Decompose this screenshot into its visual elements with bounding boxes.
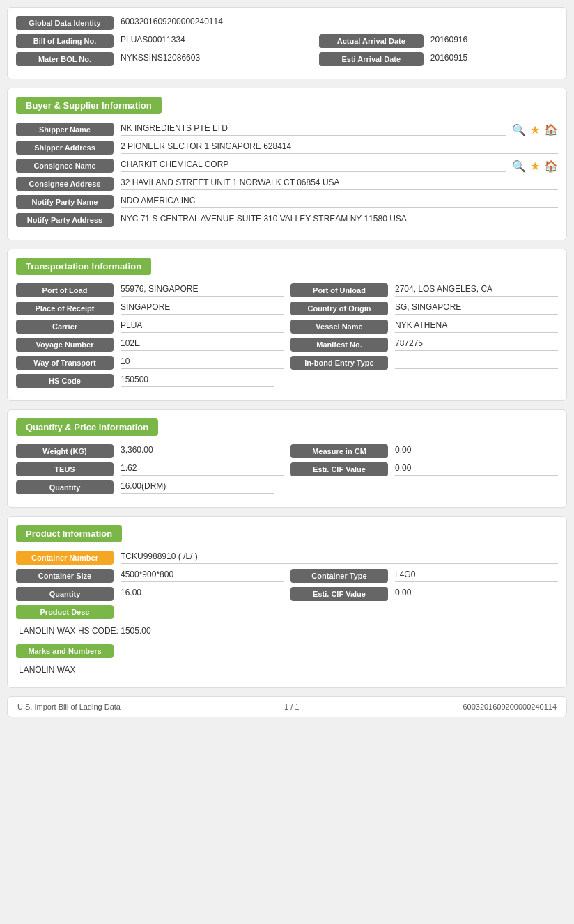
footer-center: 1 / 1 <box>284 703 299 711</box>
consignee-star-icon[interactable]: ★ <box>530 159 540 173</box>
esti-arrival-value: 20160915 <box>430 53 558 65</box>
hs-code-value: 150500 <box>121 375 274 387</box>
actual-arrival-value: 20160916 <box>430 35 558 47</box>
container-type-label: Container Type <box>290 569 388 583</box>
manifest-label: Manifest No. <box>290 338 388 352</box>
product-desc-value: LANOLIN WAX HS CODE: 1505.00 <box>16 622 558 640</box>
port-load-label: Port of Load <box>16 283 114 297</box>
weight-value: 3,360.00 <box>121 445 284 457</box>
product-quantity-value: 16.00 <box>121 588 284 600</box>
port-unload-value: 2704, LOS ANGELES, CA <box>395 284 558 297</box>
product-header: Product Information <box>16 525 122 542</box>
product-quantity-label: Quantity <box>16 587 114 601</box>
footer-left: U.S. Import Bill of Lading Data <box>17 703 121 711</box>
actual-arrival-label: Actual Arrival Date <box>319 34 424 48</box>
port-unload-label: Port of Unload <box>290 283 388 297</box>
measure-label: Measure in CM <box>290 444 388 458</box>
weight-label: Weight (KG) <box>16 444 114 458</box>
global-data-identity-value: 6003201609200000240114 <box>121 17 558 29</box>
buyer-supplier-header: Buyer & Supplier Information <box>16 97 162 114</box>
marks-numbers-value: LANOLIN WAX <box>16 661 558 679</box>
shipper-name-value: NK INGREDIENTS PTE LTD <box>121 123 506 136</box>
carrier-label: Carrier <box>16 320 114 334</box>
quantity-value: 16.00(DRM) <box>121 481 274 494</box>
product-desc-label: Product Desc <box>16 605 114 619</box>
qty-esti-cif-value: 0.00 <box>395 463 558 476</box>
consignee-search-icon[interactable]: 🔍 <box>512 159 526 173</box>
voyage-number-value: 102E <box>121 338 284 351</box>
mater-bol-value: NYKSSINS12086603 <box>121 53 312 65</box>
bol-label: Bill of Lading No. <box>16 34 114 48</box>
consignee-address-label: Consignee Address <box>16 177 114 191</box>
place-receipt-value: SINGAPORE <box>121 302 284 315</box>
shipper-home-icon[interactable]: 🏠 <box>544 123 558 136</box>
global-data-identity-label: Global Data Identity <box>16 16 114 30</box>
esti-arrival-label: Esti Arrival Date <box>319 52 424 66</box>
footer-right: 6003201609200000240114 <box>463 703 557 711</box>
qty-esti-cif-label: Esti. CIF Value <box>290 462 388 476</box>
bol-value: PLUAS00011334 <box>121 35 312 47</box>
shipper-search-icon[interactable]: 🔍 <box>512 123 526 136</box>
country-origin-value: SG, SINGAPORE <box>395 302 558 315</box>
shipper-star-icon[interactable]: ★ <box>530 123 540 136</box>
shipper-address-label: Shipper Address <box>16 141 114 155</box>
notify-party-address-label: Notify Party Address <box>16 213 114 227</box>
voyage-number-label: Voyage Number <box>16 338 114 352</box>
teus-label: TEUS <box>16 462 114 476</box>
product-esti-cif-label: Esti. CIF Value <box>290 587 388 601</box>
way-transport-label: Way of Transport <box>16 356 114 370</box>
country-origin-label: Country of Origin <box>290 302 388 315</box>
quantity-price-header: Quantity & Price Information <box>16 418 158 436</box>
consignee-address-value: 32 HAVILAND STREET UNIT 1 NORWALK CT 068… <box>121 178 558 190</box>
notify-party-name-value: NDO AMERICA INC <box>121 196 558 208</box>
shipper-name-label: Shipper Name <box>16 123 114 136</box>
product-esti-cif-value: 0.00 <box>395 588 558 600</box>
vessel-name-value: NYK ATHENA <box>395 320 558 333</box>
hs-code-label: HS Code <box>16 374 114 388</box>
teus-value: 1.62 <box>121 463 284 476</box>
measure-value: 0.00 <box>395 445 558 457</box>
consignee-name-value: CHARKIT CHEMICAL CORP <box>121 159 506 172</box>
shipper-address-value: 2 PIONEER SECTOR 1 SINGAPORE 628414 <box>121 141 558 154</box>
manifest-value: 787275 <box>395 338 558 351</box>
container-type-value: L4G0 <box>395 570 558 582</box>
marks-numbers-label: Marks and Numbers <box>16 644 114 658</box>
consignee-home-icon[interactable]: 🏠 <box>544 159 558 173</box>
notify-party-name-label: Notify Party Name <box>16 195 114 209</box>
way-transport-value: 10 <box>121 357 284 369</box>
container-size-label: Container Size <box>16 569 114 583</box>
place-receipt-label: Place of Receipt <box>16 302 114 315</box>
container-number-value: TCKU9988910 ( /L/ ) <box>121 551 558 564</box>
carrier-value: PLUA <box>121 320 284 333</box>
quantity-label: Quantity <box>16 480 114 494</box>
container-size-value: 4500*900*800 <box>121 570 284 582</box>
mater-bol-label: Mater BOL No. <box>16 52 114 66</box>
notify-party-address-value: NYC 71 S CENTRAL AVENUE SUITE 310 VALLEY… <box>121 214 558 226</box>
inbond-value <box>395 357 558 369</box>
consignee-name-label: Consignee Name <box>16 159 114 173</box>
container-number-label: Container Number <box>16 551 114 565</box>
transportation-header: Transportation Information <box>16 258 151 275</box>
footer: U.S. Import Bill of Lading Data 1 / 1 60… <box>7 696 567 717</box>
vessel-name-label: Vessel Name <box>290 320 388 334</box>
port-load-value: 55976, SINGAPORE <box>121 284 284 297</box>
inbond-label: In-bond Entry Type <box>290 356 388 370</box>
